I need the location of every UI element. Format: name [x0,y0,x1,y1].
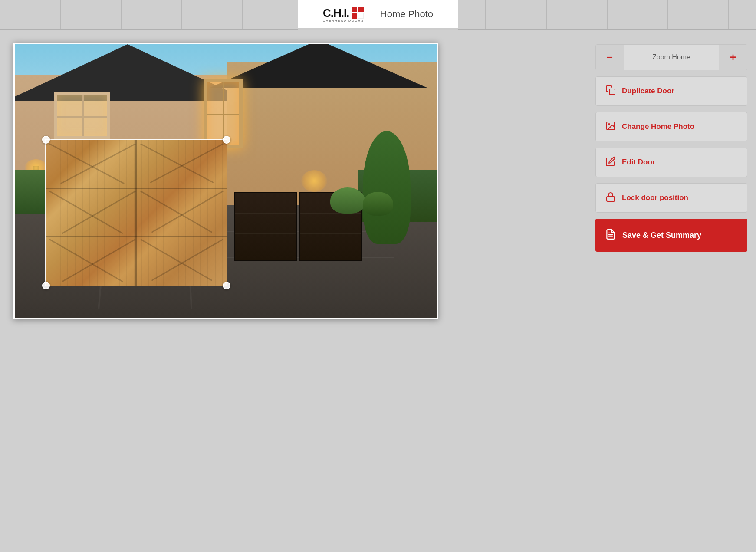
brand-overhead-text: OVERHEAD DOORS [323,19,364,22]
logo-sq-bl [352,13,357,19]
door-center-divider [135,140,137,286]
door-panel-line-2 [46,236,227,237]
lamp-glow-right [301,170,327,192]
change-home-photo-label: Change Home Photo [622,122,694,131]
garage-door-overlay[interactable] [45,139,227,286]
save-summary-button[interactable]: Save & Get Summary [595,219,747,252]
window-upper-left [54,92,110,140]
lock-door-position-button[interactable]: Lock door position [595,183,747,213]
save-summary-label: Save & Get Summary [622,231,701,240]
shrub-right [330,187,365,214]
edit-door-button[interactable]: Edit Door [595,148,747,177]
svg-point-2 [608,124,610,125]
sidebar-panel: − Zoom Home + Duplicate Door Change Home… [587,30,756,552]
chi-logo-text: C.H.I. [323,7,349,20]
logo-sq-tl [352,7,357,12]
duplicate-door-button[interactable]: Duplicate Door [595,76,747,106]
logo-sq-tr [358,7,364,12]
edit-door-label: Edit Door [622,158,655,167]
document-icon-svg [605,229,616,240]
lock-icon-svg [605,192,616,202]
lock-door-icon [605,192,616,204]
tree-right [363,131,411,244]
svg-rect-3 [607,197,615,201]
duplicate-icon-svg [605,85,616,95]
door-wood-surface [46,140,227,286]
lock-door-position-label: Lock door position [622,194,688,202]
photo-icon-svg [605,121,616,131]
save-summary-icon [605,229,616,242]
handle-top-left[interactable] [42,136,50,144]
header-title: Home Photo [380,9,433,20]
handle-top-right[interactable] [223,136,230,144]
handle-bottom-right[interactable] [223,282,230,289]
change-home-photo-button[interactable]: Change Home Photo [595,112,747,141]
header-logo-bar: C.H.I. OVERHEAD DOORS Home Photo [298,0,458,30]
chi-brand-logo: C.H.I. OVERHEAD DOORS [323,7,364,22]
header-divider [372,5,372,23]
chi-logo-squares [352,7,364,19]
handle-bottom-left[interactable] [42,282,50,289]
photo-canvas [13,43,438,319]
door-panel-line-1 [46,188,227,189]
bg-garage-left [234,192,297,261]
zoom-plus-button[interactable]: + [719,45,747,70]
pencil-icon-svg [605,156,616,167]
duplicate-door-icon [605,85,616,98]
svg-rect-0 [609,89,615,95]
house-roof-right [210,43,427,88]
duplicate-door-label: Duplicate Door [622,87,674,95]
edit-door-icon [605,156,616,169]
zoom-label: Zoom Home [624,53,719,61]
logo-sq-br [358,13,364,19]
change-home-photo-icon [605,121,616,133]
shrub-right-2 [363,192,393,216]
zoom-minus-button[interactable]: − [596,45,624,70]
zoom-control: − Zoom Home + [595,44,747,70]
